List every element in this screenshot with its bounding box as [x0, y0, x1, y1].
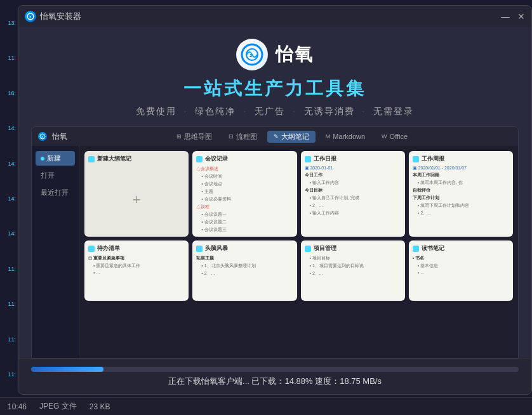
taskbar: 10:46 JPEG 文件 23 KB — [0, 397, 532, 415]
tab-markdown[interactable]: M Markdown — [319, 131, 371, 142]
card-meeting-title: 会议记录 — [205, 155, 228, 163]
card-project[interactable]: 项目管理 • 项目目标 • 1、项目需要达到的目标说 • 2、... — [301, 240, 405, 301]
sidebar-item-recent[interactable]: 最近打开 — [36, 185, 75, 200]
card-reading-header: 读书笔记 — [413, 244, 509, 253]
card-mindstorm-icon — [196, 246, 203, 252]
card-meeting[interactable]: 会议记录 △会议概述 • 会议时间 • 会议地点 • 主题 • 会议必要资料 △… — [192, 151, 296, 237]
card-line: 下周工作计划 — [413, 195, 509, 201]
card-line: • 填写本周工作内容, 你 — [413, 180, 509, 186]
card-reading[interactable]: 读书笔记 • 书名 • 基本信息 • ... — [409, 240, 513, 301]
card-line: 拓展主题 — [196, 255, 293, 261]
card-work-daily-lines: ▣ 2020-01-01 今日工作 • 输入工作内容 今日目标 • 输入自己工作… — [305, 166, 401, 216]
dot-1: · — [184, 106, 188, 116]
card-work-daily[interactable]: 工作日报 ▣ 2020-01-01 今日工作 • 输入工作内容 今日目标 • 输… — [301, 151, 405, 237]
card-line: • 会议议题三 — [196, 227, 293, 233]
time-label-3: 16: — [0, 90, 18, 96]
sidebar-recent-label: 最近打开 — [41, 188, 69, 197]
card-line: • 会议议题二 — [196, 219, 293, 225]
progress-area: 正在下载怡氧客户端... 已下载：14.88% 速度：18.75 MB/s — [18, 359, 531, 394]
card-meeting-header: 会议记录 — [196, 155, 293, 163]
card-mindstorm[interactable]: 头脑风暴 拓展主题 • 1、北京头脑风暴整理计划 • 2、... — [192, 240, 296, 301]
card-todo[interactable]: 待办清单 ◻ 重要且紧急事项 • 重要且紧急的具体工作 • ... — [84, 240, 189, 301]
inner-titlebar: 2 怡氧 ⊞ 思维导图 ⊡ 流程图 ✎ 大纲笔记 — [32, 127, 518, 146]
sidebar-item-open[interactable]: 打开 — [36, 168, 75, 183]
svg-text:2: 2 — [29, 15, 32, 19]
brand-header: 2 怡氧 — [236, 39, 314, 70]
card-project-lines: • 项目目标 • 1、项目需要达到的目标说 • 2、... — [305, 255, 401, 277]
inner-sidebar: 新建 打开 最近打开 — [32, 146, 79, 358]
card-line: 今日工作 — [305, 172, 401, 178]
card-line: • 会议时间 — [196, 173, 293, 180]
sub-part-1: 免费使用 — [136, 106, 176, 116]
card-work-daily-title: 工作日报 — [314, 155, 336, 163]
card-line: • ... — [413, 270, 509, 275]
card-line: • 会议议题一 — [196, 211, 293, 218]
tab-flowchart-label: 流程图 — [236, 132, 257, 142]
card-work-daily-header: 工作日报 — [305, 155, 401, 163]
dot-2: · — [243, 106, 247, 116]
card-line: ▣ 2020-01-01 — [305, 166, 401, 171]
card-reading-lines: • 书名 • 基本信息 • ... — [413, 255, 509, 275]
card-line: • 基本信息 — [413, 263, 509, 269]
time-label-4: 14: — [0, 125, 18, 131]
brand-name: 怡氧 — [276, 43, 314, 67]
tab-outline[interactable]: ✎ 大纲笔记 — [267, 131, 316, 143]
card-reading-icon — [413, 246, 419, 252]
minimize-button[interactable]: — — [501, 12, 510, 21]
card-line: • 1、北京头脑风暴整理计划 — [196, 263, 293, 269]
titlebar: 2 怡氧安装器 — ✕ — [18, 6, 531, 27]
main-slogan: 一站式生产力工具集 — [183, 77, 366, 101]
card-project-header: 项目管理 — [305, 244, 401, 253]
card-line: • 1、项目需要达到的目标说 — [305, 263, 401, 269]
card-line: • 输入工作内容 — [305, 180, 401, 186]
card-line: • 项目目标 — [305, 255, 401, 261]
card-new-header: 新建大纲笔记 — [88, 155, 185, 163]
sidebar-new-label: 新建 — [47, 154, 61, 163]
time-label-9: 11: — [0, 301, 18, 307]
tab-office[interactable]: W Office — [375, 131, 414, 142]
sub-part-5: 无需登录 — [373, 106, 414, 116]
tab-markdown-label: Markdown — [333, 133, 365, 140]
time-label-6: 14: — [0, 195, 18, 202]
card-new-plus: + — [88, 167, 185, 233]
svg-text:2: 2 — [41, 135, 43, 139]
dot-4: · — [362, 106, 366, 116]
time-labels: 13: 11: 16: 14: 14: 14: 14: 11: 11: 11: … — [0, 0, 18, 397]
brand-icon: 2 — [236, 39, 268, 70]
tab-mindmap-label: 思维导图 — [184, 132, 212, 142]
card-line: ▣ 2020/01/01 - 2020/01/07 — [413, 166, 509, 171]
card-project-title: 项目管理 — [314, 244, 336, 253]
inner-app-window: 2 怡氧 ⊞ 思维导图 ⊡ 流程图 ✎ 大纲笔记 — [31, 126, 519, 359]
progress-bar-fill — [31, 367, 103, 372]
card-line: △会议概述 — [196, 166, 293, 172]
card-line: • 2、... — [413, 210, 509, 216]
card-work-weekly-title: 工作周报 — [422, 155, 444, 163]
progress-bar-background — [31, 367, 519, 372]
titlebar-logo: 2 — [25, 11, 36, 22]
card-line: 今日目标 — [305, 187, 401, 194]
time-label-7: 14: — [0, 230, 18, 237]
card-line: • 填写下周工作计划和内容 — [413, 202, 509, 209]
taskbar-file-type: JPEG 文件 — [39, 401, 77, 412]
tab-flowchart[interactable]: ⊡ 流程图 — [222, 131, 263, 143]
card-new-note[interactable]: 新建大纲笔记 + — [84, 151, 189, 237]
time-label-2: 11: — [0, 55, 18, 61]
card-work-weekly-header: 工作周报 — [413, 155, 509, 163]
main-content: 2 怡氧 一站式生产力工具集 免费使用 · 绿色纯净 · 无广告 · 无诱导消费… — [18, 27, 531, 359]
sidebar-open-label: 打开 — [41, 171, 55, 180]
time-label-10: 11: — [0, 336, 18, 343]
progress-text: 正在下载怡氧客户端... 已下载：14.88% 速度：18.75 MB/s — [31, 376, 519, 387]
sub-part-4: 无诱导消费 — [304, 106, 355, 116]
card-mindstorm-lines: 拓展主题 • 1、北京头脑风暴整理计划 • 2、... — [196, 255, 293, 277]
card-line: • 2、... — [196, 270, 293, 277]
tab-office-label: Office — [390, 133, 408, 140]
card-line: • 主题 — [196, 188, 293, 195]
close-button[interactable]: ✕ — [517, 12, 525, 21]
card-new-icon — [88, 156, 95, 162]
card-work-weekly[interactable]: 工作周报 ▣ 2020/01/01 - 2020/01/07 本周工作回顾 • … — [409, 151, 513, 237]
sidebar-item-new[interactable]: 新建 — [36, 151, 75, 166]
sub-slogan: 免费使用 · 绿色纯净 · 无广告 · 无诱导消费 · 无需登录 — [136, 106, 415, 117]
tab-mindmap[interactable]: ⊞ 思维导图 — [170, 131, 218, 143]
inner-body: 新建 打开 最近打开 新建大纲笔记 — [32, 146, 518, 358]
time-label-1: 13: — [0, 20, 18, 26]
